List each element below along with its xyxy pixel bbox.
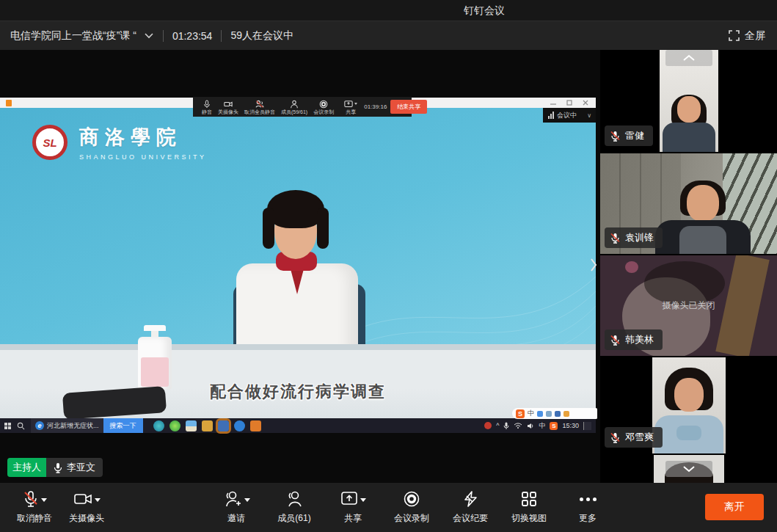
- host-name: 李亚文: [67, 461, 95, 474]
- person-icon: [290, 100, 299, 109]
- participant-tile[interactable]: 摄像头已关闭 韩美林: [600, 255, 777, 356]
- participant-tile[interactable]: 雷健: [600, 50, 777, 152]
- search-icon: [17, 422, 25, 430]
- signal-bars-icon: [548, 112, 554, 119]
- ie-browser-icon: e: [35, 421, 44, 430]
- participant-name-tag: 邓雪爽: [605, 427, 663, 448]
- caret-down-icon: [41, 498, 47, 502]
- system-tray: ^ 中 S 15:30: [484, 421, 591, 431]
- meeting-title: 电信学院同上一堂战“疫”课 “: [10, 29, 136, 43]
- share-screen-icon: [340, 491, 358, 507]
- shared-desktop-taskbar: e 河北新增无症状... 搜索一下 ^: [0, 418, 596, 433]
- edge-browser-icon: [153, 420, 164, 431]
- more-icon: [580, 498, 597, 501]
- divider: [221, 30, 222, 42]
- app-title: 钉钉会议: [464, 4, 505, 18]
- caret-down-icon: [360, 498, 366, 502]
- meeting-title-dropdown[interactable]: [144, 32, 154, 39]
- meeting-content: 静音 关摄像头 取消全员静音: [0, 50, 777, 483]
- tray-app-icon: [484, 422, 492, 429]
- tray-chevron-icon: ^: [496, 422, 499, 429]
- shared-mute-button: 静音: [202, 100, 212, 114]
- taskbar-clock: 15:30: [562, 422, 579, 429]
- shared-unmute-all-button: 取消全员静音: [244, 100, 275, 114]
- video-subtitle: 配合做好流行病学调查: [0, 381, 596, 403]
- record-icon: [319, 100, 328, 109]
- flash-minutes-icon: [462, 490, 479, 508]
- caret-down-icon: [244, 498, 250, 502]
- switch-view-button[interactable]: 切换视图: [496, 489, 562, 525]
- document-icon: [6, 100, 12, 106]
- end-share-button: 结束共享: [390, 100, 427, 114]
- meeting-toolbar: 取消静音 关摄像头 邀请: [0, 483, 777, 532]
- sanitizer-bottle: [138, 319, 172, 390]
- muted-mic-icon: [610, 131, 620, 142]
- invite-button[interactable]: 邀请: [203, 489, 269, 525]
- participant-tile-partial[interactable]: [600, 455, 777, 483]
- input-method-bar: S 中: [512, 408, 597, 419]
- participant-tile[interactable]: 邓雪爽: [600, 357, 777, 453]
- shared-window-controls: [550, 100, 588, 106]
- participant-count: 59人在会议中: [230, 29, 293, 43]
- shared-video-content: SL 商洛學院 SHANGLUO UNIVERSITY BOSCH: [0, 108, 596, 418]
- more-button[interactable]: 更多: [555, 489, 621, 525]
- chevron-down-icon: [682, 465, 696, 473]
- dingtalk-icon: [234, 420, 245, 431]
- fullscreen-button[interactable]: 全屏: [729, 29, 765, 43]
- photos-icon: [186, 420, 197, 431]
- camera-icon: [224, 100, 233, 109]
- shared-record-button: 会议录制: [313, 100, 334, 114]
- share-button[interactable]: 共享: [320, 489, 386, 525]
- tray-mic-icon: [503, 422, 509, 430]
- muted-mic-icon: [610, 432, 620, 443]
- divider: [163, 30, 164, 42]
- browser-tab-title: 河北新增无症状...: [47, 421, 99, 431]
- shared-meeting-toolbar: 静音 关摄像头 取消全员静音: [193, 97, 412, 117]
- browser-taskbar-item: e 河北新增无症状...: [31, 418, 103, 433]
- meeting-status-overlay: 会议中 ∨: [543, 108, 596, 123]
- scroll-down-button[interactable]: [665, 461, 712, 477]
- fullscreen-icon: [729, 30, 740, 41]
- person-icon: [285, 490, 303, 508]
- record-icon: [403, 490, 420, 508]
- participants-sidebar: 雷健: [600, 50, 777, 483]
- minimize-icon: [550, 100, 556, 106]
- notification-center-icon: [583, 422, 591, 430]
- people-icon: [255, 100, 264, 109]
- camera-off-text: 摄像头已关闭: [600, 299, 777, 312]
- speaker-hair: [267, 190, 324, 228]
- shared-camera-button: 关摄像头: [218, 100, 238, 114]
- meeting-duration: 01:23:54: [172, 30, 213, 42]
- ime-tool-icon: [546, 411, 552, 417]
- status-label: 会议中: [557, 111, 577, 120]
- ime-tool-icon: [563, 411, 569, 417]
- muted-mic-icon: [610, 233, 620, 244]
- participant-name-tag: 雷健: [605, 125, 653, 146]
- minutes-button[interactable]: 会议纪要: [437, 489, 503, 525]
- ime-mode: 中: [528, 409, 534, 418]
- record-button[interactable]: 会议录制: [379, 489, 445, 525]
- share-screen-icon: [344, 100, 353, 109]
- chevron-right-icon: [590, 258, 597, 272]
- sidebar-collapse-button[interactable]: [587, 249, 600, 280]
- participant-tile[interactable]: 袁训锋: [600, 153, 777, 254]
- wifi-icon: [514, 423, 522, 429]
- muted-mic-icon: [23, 490, 39, 508]
- scroll-up-button[interactable]: [665, 50, 712, 66]
- browser-360-icon: [169, 420, 180, 431]
- chevron-up-icon: [682, 54, 696, 62]
- tray-sogou-icon: S: [550, 422, 558, 430]
- chevron-down-icon: ∨: [587, 112, 591, 119]
- shared-share-button: 共享: [344, 100, 357, 114]
- university-seal-icon: SL: [32, 125, 68, 160]
- members-button[interactable]: 成员(61): [261, 489, 327, 525]
- leave-button[interactable]: 离开: [705, 494, 764, 520]
- shared-meeting-duration: 01:39:16: [364, 103, 387, 110]
- camera-off-button[interactable]: 关摄像头: [54, 489, 120, 525]
- fullscreen-label: 全屏: [745, 29, 765, 43]
- participant-name-tag: 袁训锋: [605, 227, 663, 248]
- muted-mic-icon: [610, 335, 620, 346]
- shared-screen-stage: 静音 关摄像头 取消全员静音: [0, 50, 600, 483]
- dingtalk-meeting-window: 钉钉会议 电信学院同上一堂战“疫”课 “ 01:23:54 59人在会议中 全屏: [0, 0, 777, 532]
- close-icon: [583, 100, 588, 106]
